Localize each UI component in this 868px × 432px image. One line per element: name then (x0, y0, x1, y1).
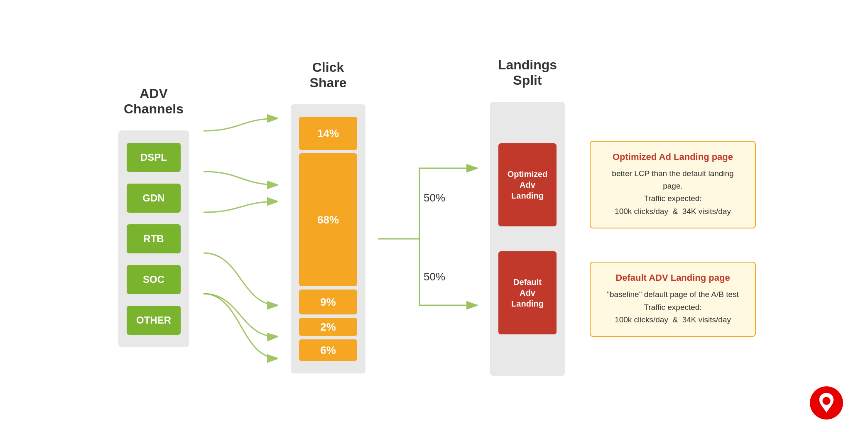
share-68: 68% (299, 153, 357, 286)
default-landing-box: DefaultAdvLanding (498, 251, 557, 334)
optimized-info-card: Optimized Ad Landing page better LCP tha… (590, 141, 756, 229)
click-header: ClickShare (310, 59, 347, 92)
channel-gdn: GDN (127, 184, 181, 213)
optimized-card-title: Optimized Ad Landing page (602, 152, 743, 162)
landings-split-column: LandingsSplit OptimizedAdvLanding Defaul… (486, 56, 569, 376)
share-9: 9% (299, 290, 357, 314)
share-2: 2% (299, 318, 357, 336)
svg-text:50%: 50% (424, 270, 445, 283)
arrows-click-to-landings: 50% 50% (378, 102, 478, 376)
channel-other: OTHER (127, 306, 181, 335)
adv-column-bg: DSPL GDN RTB SOC OTHER (118, 130, 189, 347)
default-card-body: "baseline" default page of the A/B test … (602, 288, 743, 326)
optimized-landing-box: OptimizedAdvLanding (498, 143, 557, 226)
click-share-column: ClickShare 14% 68% 9% 2% 6% (287, 59, 370, 373)
share-6: 6% (299, 339, 357, 361)
optimized-card-body: better LCP than the default landing page… (602, 167, 743, 218)
svg-point-5 (822, 397, 830, 405)
arrows-adv-to-click (204, 102, 278, 376)
channel-rtb: RTB (127, 224, 181, 253)
diagram-container: ADVChannels DSPL GDN RTB SOC OTHER (0, 0, 868, 432)
landing-column-bg: OptimizedAdvLanding DefaultAdvLanding (490, 102, 565, 376)
channel-dspl: DSPL (127, 143, 181, 172)
channel-soc: SOC (127, 265, 181, 294)
svg-text:50%: 50% (424, 191, 445, 204)
adv-header: ADVChannels (124, 85, 184, 118)
share-14: 14% (299, 117, 357, 150)
default-card-title: Default ADV Landing page (602, 272, 743, 283)
adv-channels-column: ADVChannels DSPL GDN RTB SOC OTHER (112, 85, 195, 347)
default-info-card: Default ADV Landing page "baseline" defa… (590, 262, 756, 337)
click-column-bg: 14% 68% 9% 2% 6% (291, 104, 365, 373)
landings-header: LandingsSplit (498, 56, 557, 89)
info-cards-column: Optimized Ad Landing page better LCP tha… (590, 141, 756, 337)
vodafone-logo (810, 386, 843, 420)
